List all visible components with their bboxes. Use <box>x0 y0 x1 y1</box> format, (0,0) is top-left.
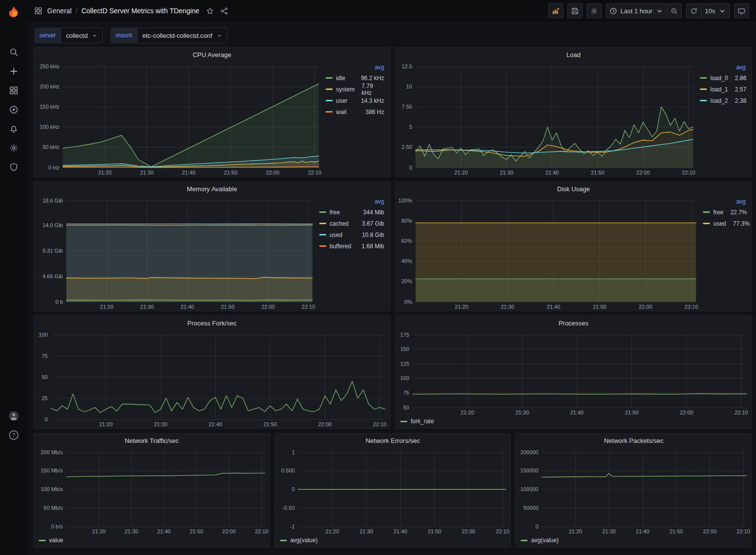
svg-text:21:50: 21:50 <box>625 409 639 415</box>
tv-mode-button[interactable] <box>734 3 749 18</box>
variable-value-dropdown[interactable]: collectd <box>60 28 103 43</box>
svg-text:21:20: 21:20 <box>100 304 113 310</box>
legend-item[interactable]: used10.8 Gib <box>319 229 384 240</box>
legend-item[interactable]: user14.3 kHz <box>326 95 384 106</box>
panel-title[interactable]: Memory Available <box>34 182 390 196</box>
panel-processes: Processes507510012515017521:2021:3021:40… <box>395 316 752 429</box>
legend-item[interactable]: free344 Mib <box>319 206 384 218</box>
time-series-graph[interactable]: 05000010000015000020000021:2021:3021:402… <box>516 447 752 535</box>
legend-item[interactable]: fork_rate <box>400 418 434 425</box>
add-panel-button[interactable] <box>548 3 563 18</box>
legend-series-name: free <box>713 209 724 216</box>
panel-title[interactable]: Process Fork/sec <box>34 316 390 330</box>
legend-item[interactable]: load_22.38 <box>700 95 746 106</box>
refresh-controls-group: 10s <box>686 3 730 18</box>
svg-text:200 Mb/s: 200 Mb/s <box>41 449 63 455</box>
star-icon[interactable] <box>206 7 214 15</box>
svg-text:80%: 80% <box>401 218 412 224</box>
panel-memory-available: Memory Available0 b4.66 Gib9.31 Gib14.0 … <box>33 181 391 311</box>
time-series-graph[interactable]: 507510012515017521:2021:3021:4021:5022:0… <box>395 330 752 416</box>
legend-series-color <box>39 540 46 541</box>
dashboards-icon[interactable] <box>4 81 24 100</box>
dashboard-row: Memory Available0 b4.66 Gib9.31 Gib14.0 … <box>33 181 752 311</box>
legend-item[interactable]: cached3.67 Gib <box>319 218 384 229</box>
grafana-logo-icon[interactable] <box>4 4 24 21</box>
svg-text:21:20: 21:20 <box>98 170 112 175</box>
legend-item[interactable]: avg(value) <box>521 537 559 544</box>
svg-text:50 Mb/s: 50 Mb/s <box>44 505 63 511</box>
svg-text:22:10: 22:10 <box>308 170 322 175</box>
panel-title[interactable]: Network Traffic/sec <box>34 434 270 447</box>
svg-text:22:00: 22:00 <box>222 528 236 534</box>
legend-series-value: 3.67 Gib <box>355 220 384 227</box>
user-avatar[interactable] <box>4 406 24 425</box>
panel-title[interactable]: CPU Average <box>34 48 390 61</box>
panel-title[interactable]: Disk Usage <box>395 182 752 196</box>
dashboard-settings-button[interactable] <box>587 3 602 18</box>
legend-item[interactable]: value <box>39 537 63 544</box>
svg-text:-1: -1 <box>290 524 295 529</box>
legend-item[interactable]: used77.3% <box>703 218 746 229</box>
legend-item[interactable]: wait386 Hz <box>326 106 384 117</box>
configuration-gear-icon[interactable] <box>4 138 24 157</box>
time-range-picker[interactable]: Last 1 hour <box>606 4 667 18</box>
help-icon[interactable]: ? <box>4 425 24 444</box>
save-dashboard-button[interactable] <box>567 3 583 18</box>
search-icon[interactable] <box>4 42 24 61</box>
panel-legend: avg(value) <box>275 535 511 547</box>
svg-text:22:00: 22:00 <box>639 304 652 310</box>
legend-series-value: 22.7% <box>724 209 747 216</box>
breadcrumb-folder[interactable]: General <box>47 7 72 15</box>
panel-title[interactable]: Network Errors/sec <box>275 434 511 447</box>
panel-body: -1-0.5000.500121:2021:3021:4021:5022:002… <box>275 447 511 535</box>
svg-text:22:00: 22:00 <box>680 409 694 415</box>
chart-canvas: 0 Hz50 kHz100 kHz150 kHz200 kHz250 kHz21… <box>34 61 324 176</box>
svg-text:4.66 Gib: 4.66 Gib <box>42 273 63 279</box>
svg-text:21:50: 21:50 <box>427 528 441 534</box>
time-series-graph[interactable]: 0 b4.66 Gib9.31 Gib14.0 Gib18.6 Gib21:20… <box>34 196 317 311</box>
svg-text:21:30: 21:30 <box>501 304 514 310</box>
share-icon[interactable] <box>221 7 228 15</box>
legend-item[interactable]: buffered1.68 Mib <box>319 240 384 252</box>
legend-avg-header[interactable]: avg <box>700 62 746 72</box>
legend-item[interactable]: load_02.86 <box>700 72 746 84</box>
panel-title[interactable]: Network Packets/sec <box>516 434 752 447</box>
server-admin-shield-icon[interactable] <box>4 157 24 176</box>
time-series-graph[interactable]: 0%20%40%60%80%100%21:2021:3021:4021:5022… <box>395 196 701 311</box>
svg-text:0%: 0% <box>404 299 412 305</box>
svg-text:?: ? <box>12 432 15 438</box>
time-series-graph[interactable]: 0 Hz50 kHz100 kHz150 kHz200 kHz250 kHz21… <box>34 61 324 176</box>
legend-avg-header[interactable]: avg <box>703 197 746 206</box>
svg-text:22:00: 22:00 <box>703 528 717 534</box>
zoom-out-time-button[interactable] <box>667 4 681 18</box>
panel-title[interactable]: Load <box>395 48 752 61</box>
legend-item[interactable]: avg(value) <box>280 537 318 544</box>
legend-avg-header[interactable]: avg <box>319 197 384 206</box>
alerting-bell-icon[interactable] <box>4 119 24 138</box>
legend-series-name: cached <box>330 220 349 227</box>
time-series-graph[interactable]: -1-0.5000.500121:2021:3021:4021:5022:002… <box>275 447 511 535</box>
explore-compass-icon[interactable] <box>4 100 24 119</box>
variable-value-dropdown[interactable]: etc-collectd-collectd.conf <box>137 28 227 43</box>
legend-series-name: load_1 <box>710 86 728 93</box>
time-series-graph[interactable]: 0 b/s50 Mb/s100 Mb/s150 Mb/s200 Mb/s21:2… <box>34 447 270 535</box>
legend-item[interactable]: free22.7% <box>703 206 746 218</box>
legend-item[interactable]: load_12.57 <box>700 84 746 95</box>
svg-text:22:10: 22:10 <box>496 528 509 534</box>
panel-body: 0 b/s50 Mb/s100 Mb/s150 Mb/s200 Mb/s21:2… <box>34 447 270 535</box>
refresh-button[interactable] <box>686 4 701 18</box>
legend-avg-header[interactable]: avg <box>326 62 384 72</box>
panel-network-packets-sec: Network Packets/sec050000100000150000200… <box>515 433 752 548</box>
time-series-graph[interactable]: 025507510021:2021:3021:4021:5022:0022:10 <box>34 330 390 428</box>
legend-series-name: value <box>49 537 63 544</box>
svg-text:22:10: 22:10 <box>255 528 269 534</box>
dashboard-title: CollectD Server Metrics with TDengine <box>82 7 199 15</box>
create-add-icon[interactable] <box>4 61 24 81</box>
svg-text:200000: 200000 <box>521 449 539 455</box>
time-series-graph[interactable]: 02.5057.501012.521:2021:3021:4021:5022:0… <box>395 61 698 176</box>
refresh-interval-dropdown[interactable]: 10s <box>701 4 729 18</box>
legend-item[interactable]: system7.79 kHz <box>326 84 384 95</box>
svg-text:10: 10 <box>406 84 412 89</box>
panel-title[interactable]: Processes <box>395 316 752 330</box>
svg-text:150: 150 <box>400 346 409 352</box>
